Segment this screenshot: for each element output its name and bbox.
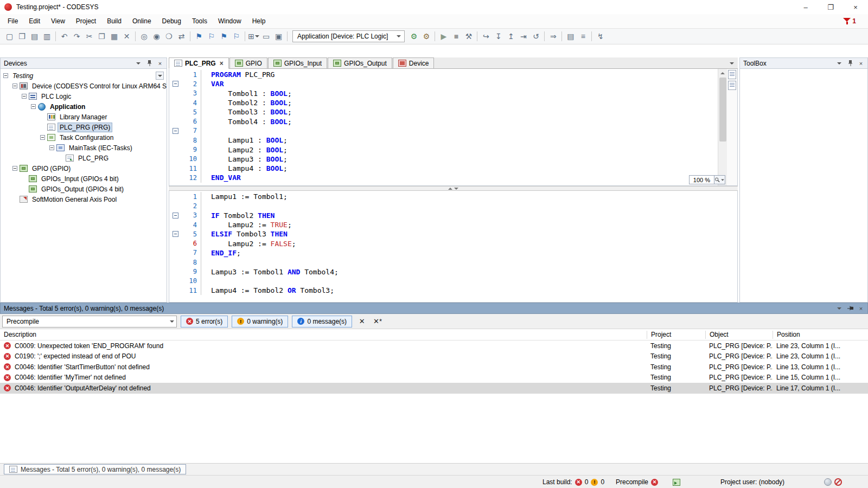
tree-item-softmotion-general-axis-pool[interactable]: SoftMotion General Axis Pool <box>1 194 167 204</box>
tree-item-testing[interactable]: Testing <box>1 70 167 81</box>
toolbox-pin-button[interactable] <box>846 59 854 68</box>
menu-debug[interactable]: Debug <box>157 15 187 28</box>
toolbar-print-button[interactable]: ▥ <box>41 30 53 43</box>
toolbar-login-options-button[interactable]: ⚒ <box>462 30 475 43</box>
tree-item-gpios-input-gpios-4-bit[interactable]: GPIOs_Input (GPIOs 4 bit) <box>1 174 167 184</box>
toolbar-copy-button[interactable]: ❐ <box>95 30 108 43</box>
fold-toggle-icon[interactable] <box>173 213 178 219</box>
tree-item-device-codesys-control-for-linux-arm64-sl[interactable]: Device (CODESYS Control for Linux ARM64 … <box>1 81 167 91</box>
toolbar-open-project-button[interactable]: ❒ <box>16 30 28 43</box>
expander-icon[interactable] <box>12 166 17 171</box>
toolbar-step-over-button[interactable]: ↪ <box>480 30 492 43</box>
editor-splitter[interactable] <box>169 186 738 191</box>
menu-tools[interactable]: Tools <box>187 15 213 28</box>
menu-online[interactable]: Online <box>127 15 157 28</box>
toolbar-start-button[interactable]: ▶ <box>437 30 450 43</box>
toolbox-dropdown-button[interactable] <box>835 59 844 68</box>
toolbar-find-in-project-button[interactable]: ❍ <box>163 30 175 43</box>
toolbar-cut-button[interactable]: ✂ <box>83 30 95 43</box>
warnings-toggle-button[interactable]: ! 0 warning(s) <box>232 316 288 328</box>
clear-all-messages-button[interactable]: ✕* <box>372 316 384 328</box>
toolbar-rebuild-button[interactable]: ⚙ <box>420 30 432 43</box>
tree-item-gpio-gpio[interactable]: GPIO (GPIO) <box>1 163 167 174</box>
declaration-scrollbar[interactable] <box>718 69 727 185</box>
toolbar-step-into-button[interactable]: ↧ <box>492 30 505 43</box>
toolbar-next-bookmark-button[interactable]: ⚑ <box>218 30 230 43</box>
tree-item-application[interactable]: Application <box>1 101 167 112</box>
toolbar-new-project-button[interactable]: ▢ <box>3 30 16 43</box>
clear-messages-button[interactable]: ✕ <box>356 316 368 328</box>
toolbar-reset-button[interactable]: ↺ <box>529 30 542 43</box>
column-header-object[interactable]: Object <box>705 331 773 339</box>
implementation-editor[interactable]: 1Lampu1 := Tombol1;23IF Tombol2 THEN4 La… <box>169 191 738 303</box>
toolbar-declarations-view-button[interactable]: ⊞ <box>247 30 260 43</box>
expander-icon[interactable] <box>3 73 8 78</box>
messages-close-button[interactable]: × <box>857 304 865 313</box>
menu-build[interactable]: Build <box>101 15 127 28</box>
devices-view-dropdown[interactable] <box>156 72 164 80</box>
message-row[interactable]: ✕C0046: Identifier 'MyTimer' not defined… <box>0 373 868 383</box>
toolbar-find-next-button[interactable]: ◉ <box>150 30 163 43</box>
toolbar-refactoring-button[interactable]: ↯ <box>594 30 607 43</box>
close-button[interactable]: × <box>843 0 868 14</box>
toolbar-run-to-cursor-button[interactable]: ⇥ <box>517 30 529 43</box>
tab-gpios-output[interactable]: GPIOs_Output <box>328 57 392 68</box>
errors-toggle-button[interactable]: ✕ 5 error(s) <box>181 316 228 328</box>
zoom-level[interactable]: 100 % <box>689 175 714 184</box>
toolbar-delete-button[interactable]: ✕ <box>120 30 133 43</box>
message-category-combo[interactable]: Precompile <box>2 316 177 328</box>
toolbar-stop-button[interactable]: ■ <box>450 30 462 43</box>
toolbar-input-assistant-button[interactable]: ▣ <box>272 30 285 43</box>
declaration-view-button[interactable] <box>728 70 736 79</box>
toolbar-paste-button[interactable]: ▦ <box>108 30 120 43</box>
expander-icon[interactable] <box>12 84 17 88</box>
zoom-button[interactable] <box>714 175 725 184</box>
messages-dropdown-button[interactable] <box>835 304 844 313</box>
message-row[interactable]: ✕C0046: Identifier 'OutputAfterDelay' no… <box>0 383 868 394</box>
message-row[interactable]: ✕C0190: ';' expected instead of end of P… <box>0 351 868 362</box>
expander-icon[interactable] <box>40 135 45 140</box>
menu-view[interactable]: View <box>46 15 71 28</box>
messages-toggle-button[interactable]: i 0 message(s) <box>292 316 352 328</box>
tree-item-plc-logic[interactable]: PLC Logic <box>1 91 167 101</box>
column-header-position[interactable]: Position <box>773 331 868 339</box>
menu-project[interactable]: Project <box>71 15 101 28</box>
tab-device[interactable]: Device <box>393 57 435 68</box>
toolbar-save-project-button[interactable]: ▤ <box>28 30 41 43</box>
tab-gpios-input[interactable]: GPIOs_Input <box>268 57 327 68</box>
declaration-editor[interactable]: 1PROGRAM PLC_PRG2VAR3 Tombol1 : BOOL;4 T… <box>169 69 738 186</box>
tree-item-task-configuration[interactable]: Task Configuration <box>1 132 167 143</box>
message-row[interactable]: ✕C0009: Unexpected token 'END_PROGRAM' f… <box>0 341 868 351</box>
devices-dropdown-button[interactable] <box>134 59 143 68</box>
fold-toggle-icon[interactable] <box>173 81 178 87</box>
tree-item-gpios-output-gpios-4-bit[interactable]: GPIOs_Output (GPIOs 4 bit) <box>1 184 167 194</box>
restore-button[interactable]: ❐ <box>818 0 843 14</box>
tab-gpio[interactable]: GPIO <box>229 57 267 68</box>
column-header-description[interactable]: Description <box>0 331 647 339</box>
toolbar-watch-list-button[interactable]: ≡ <box>577 30 589 43</box>
tree-item-library-manager[interactable]: Library Manager <box>1 112 167 122</box>
tab-plc-prg[interactable]: PLC_PRG× <box>169 57 229 69</box>
tree-item-plc-prg-prg[interactable]: PLC_PRG (PRG) <box>1 122 167 132</box>
menu-file[interactable]: File <box>2 15 23 28</box>
documentation-view-button[interactable] <box>728 81 736 90</box>
toolbox-close-button[interactable]: × <box>857 59 865 68</box>
tree-item-maintask-iec-tasks[interactable]: MainTask (IEC-Tasks) <box>1 143 167 153</box>
scroll-up-icon[interactable] <box>718 69 727 77</box>
tab-list-dropdown[interactable] <box>728 60 736 67</box>
toolbar-monitoring-button[interactable]: ▤ <box>564 30 577 43</box>
toolbar-clear-bookmarks-button[interactable]: ⚐ <box>230 30 242 43</box>
devices-pin-button[interactable] <box>145 59 154 68</box>
toolbar-replace-button[interactable]: ⇄ <box>175 30 188 43</box>
fold-toggle-icon[interactable] <box>173 231 178 237</box>
fold-toggle-icon[interactable] <box>173 128 178 134</box>
message-row[interactable]: ✕C0046: Identifier 'StartTimerButton' no… <box>0 362 868 373</box>
notification-area[interactable]: 1 <box>843 17 866 25</box>
toolbar-find-button[interactable]: ◎ <box>138 30 150 43</box>
toolbar-new-window-button[interactable]: ▭ <box>260 30 272 43</box>
menu-help[interactable]: Help <box>247 15 271 28</box>
toolbar-toggle-bookmark-button[interactable]: ⚑ <box>193 30 205 43</box>
minimize-button[interactable]: – <box>793 0 818 14</box>
tree-item-plc-prg[interactable]: PLC_PRG <box>1 153 167 163</box>
toolbar-build-button[interactable]: ⚙ <box>407 30 420 43</box>
